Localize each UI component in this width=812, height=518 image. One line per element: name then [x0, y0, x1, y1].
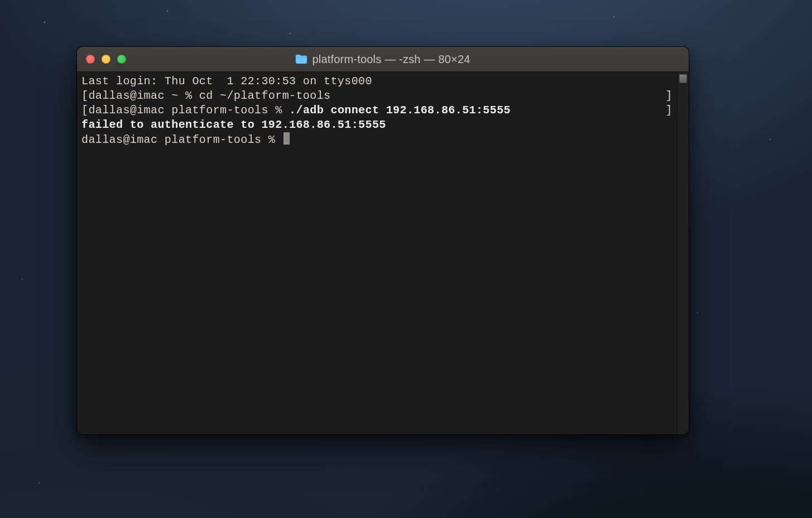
- terminal-area[interactable]: Last login: Thu Oct 1 22:30:53 on ttys00…: [77, 72, 689, 434]
- terminal-line: failed to authenticate to 192.168.86.51:…: [81, 118, 672, 132]
- cursor: [284, 132, 290, 145]
- titlebar[interactable]: platform-tools — -zsh — 80×24: [77, 47, 689, 72]
- close-button[interactable]: [86, 55, 95, 64]
- terminal-line-text: dallas@imac platform-tools % ./adb conne…: [88, 103, 511, 118]
- prompt-open-bracket: [: [81, 89, 88, 103]
- terminal-line-text: failed to authenticate to 192.168.86.51:…: [81, 118, 386, 132]
- folder-icon: [295, 54, 307, 64]
- terminal-command: ./adb connect 192.168.86.51:5555: [289, 104, 511, 117]
- terminal-line: [dallas@imac ~ % cd ~/platform-tools]: [81, 89, 672, 103]
- zoom-button[interactable]: [117, 55, 126, 64]
- terminal-content[interactable]: Last login: Thu Oct 1 22:30:53 on ttys00…: [77, 72, 677, 434]
- terminal-line: dallas@imac platform-tools %: [81, 132, 672, 147]
- prompt-close-bracket: ]: [666, 89, 672, 103]
- prompt-open-bracket: [: [81, 103, 88, 118]
- scrollbar-thumb[interactable]: [679, 74, 687, 83]
- terminal-line-text: Last login: Thu Oct 1 22:30:53 on ttys00…: [81, 74, 372, 89]
- prompt-close-bracket: ]: [666, 103, 672, 118]
- terminal-line-text: dallas@imac ~ % cd ~/platform-tools: [88, 89, 330, 103]
- terminal-line: [dallas@imac platform-tools % ./adb conn…: [81, 103, 672, 118]
- minimize-button[interactable]: [102, 55, 110, 64]
- terminal-line-text: dallas@imac platform-tools %: [81, 132, 290, 147]
- terminal-line: Last login: Thu Oct 1 22:30:53 on ttys00…: [81, 74, 672, 89]
- terminal-command: cd ~/platform-tools: [199, 89, 331, 102]
- traffic-lights: [77, 55, 126, 64]
- scrollbar[interactable]: [677, 72, 689, 434]
- window-title: platform-tools — -zsh — 80×24: [312, 53, 470, 66]
- terminal-window: platform-tools — -zsh — 80×24 Last login…: [77, 47, 689, 434]
